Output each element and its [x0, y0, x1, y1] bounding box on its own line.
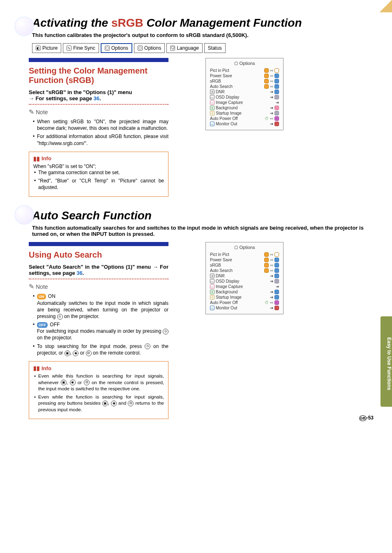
info-header: ▮▮Info: [33, 365, 164, 371]
osd-panel-2: ⬡ Options Pict in Pict⇨ Power Save⇨ sRGB…: [205, 242, 284, 314]
info-header: ▮▮Info: [33, 155, 164, 162]
title-pre: Activating the: [32, 16, 111, 29]
osd-row: Power Save⇨: [210, 73, 279, 78]
osd-row: S Startup Image➔: [210, 111, 279, 116]
osd-row: B Background➔: [210, 289, 279, 295]
capture-icon: ▭: [210, 284, 214, 289]
info-box: ▮▮Info When "sRGB" is set to "ON"; The g…: [29, 152, 168, 197]
on-chip: ON: [37, 294, 46, 300]
sub1-instruct: Select "sRGB" in the "Options (1)" menu …: [29, 89, 168, 101]
osd-row: B Background➔: [210, 105, 279, 111]
input2-icon: ◉: [70, 380, 76, 385]
bg-icon: B: [210, 290, 214, 294]
osd-row: ▭ Monitor Out➔: [210, 121, 279, 127]
off-chip: OFF: [37, 322, 48, 328]
startup-icon: S: [210, 295, 214, 300]
lang-badge: GB: [359, 415, 367, 421]
tab-status[interactable]: Status: [204, 43, 226, 53]
input3-icon: ⊟: [84, 380, 90, 385]
options-icon: ⬡: [105, 46, 110, 51]
osd-row: ▭ Image Capture➔: [210, 284, 279, 289]
osd-row: Pict in Pict⇨: [210, 252, 279, 257]
picture-icon: ◐: [36, 46, 41, 51]
osd-row: Pict in Pict⇨: [210, 68, 279, 73]
input-button-icon: ⊙: [57, 314, 63, 320]
osd-row: S Startup Image➔: [210, 295, 279, 300]
sub2-heading: Using Auto Search: [29, 250, 168, 260]
osd-title: ⬡ Options: [210, 245, 279, 250]
title-accent: sRGB: [111, 16, 143, 29]
osd-row: Auto Power Off⏱⇨: [210, 116, 279, 121]
osd-row: Power Save⇨: [210, 257, 279, 263]
info-item: Even while the function is searching for…: [34, 394, 164, 413]
info-item: The gamma correction cannot be set.: [34, 169, 164, 176]
page-ref[interactable]: 36: [76, 270, 82, 276]
monitor-icon: ▭: [210, 122, 214, 126]
note-list: When setting sRGB to "ON", the projected…: [29, 118, 168, 147]
osd-row: sRGB⇨: [210, 263, 279, 268]
input3-icon: ⊟: [128, 401, 134, 406]
title-post: Color Management Function: [143, 16, 302, 29]
note-header: ✎Note: [29, 108, 168, 116]
sync-icon: ∿: [67, 46, 71, 51]
info-intro: When "sRGB" is set to "ON";: [33, 164, 164, 169]
input1-icon: ▣: [102, 401, 108, 406]
osd-row: ▭ Image Capture➔: [210, 100, 279, 105]
heading-bullet: [14, 205, 34, 225]
osd-panel-1: ⬡ Options Pict in Pict⇨ Power Save⇨ sRGB…: [205, 58, 284, 130]
sub1-heading: Setting the Color Management Function (s…: [29, 66, 168, 85]
osd-row: ⊞ DNR➔: [210, 273, 279, 279]
dotted-rule: [29, 279, 168, 279]
note-off: OFF OFF For switching input modes manual…: [33, 321, 168, 341]
osd-icon: ▭: [210, 279, 214, 283]
note-icon: ✎: [29, 108, 34, 116]
tab-options1[interactable]: ⬡Options: [101, 43, 132, 53]
page-ref[interactable]: 36: [94, 95, 99, 101]
osd-row: ⊞ DNR➔: [210, 89, 279, 94]
note-item: When setting sRGB to "ON", the projected…: [33, 118, 168, 131]
page-content: Activating the sRGB Color Management Fun…: [0, 0, 392, 427]
sub2-instruct: Select "Auto Search" in the "Options (1)…: [29, 264, 168, 276]
bg-icon: B: [210, 106, 214, 110]
osd-row: ▭ OSD Display➔: [210, 279, 279, 284]
section1-intro: This function calibrates the projector's…: [32, 32, 376, 38]
input2-icon: ◉: [111, 401, 117, 406]
input-button-icon: ⊙: [163, 329, 168, 334]
info-box-2: ▮▮Info Even while this function is searc…: [29, 361, 168, 419]
info-item: "Red", "Blue" or "CLR Temp" in "Picture"…: [34, 177, 164, 191]
menu-bar: ◐Picture ∿Fine Sync ⬡Options ⬡Options 🗨L…: [32, 43, 376, 53]
osd-title: ⬡ Options: [210, 61, 279, 66]
osd-row: ▭ OSD Display➔: [210, 94, 279, 100]
book-icon: ▮▮: [33, 155, 40, 162]
input3-icon: ⊟: [86, 350, 92, 356]
tab-picture[interactable]: ◐Picture: [32, 43, 61, 53]
language-icon: 🗨: [170, 46, 175, 51]
section2-title: Auto Search Function: [32, 209, 376, 222]
note-header: ✎Note: [29, 283, 168, 290]
dnr-icon: ⊞: [210, 90, 214, 94]
page-number: GB-53: [359, 415, 374, 421]
startup-icon: S: [210, 111, 214, 115]
options-icon: ⬡: [138, 46, 143, 51]
tab-options2[interactable]: ⬡Options: [134, 43, 165, 53]
note-stop: To stop searching for the input mode, pr…: [33, 343, 168, 356]
heading-bullet: [14, 16, 34, 36]
osd-row: Auto Search⇨: [210, 268, 279, 273]
osd-icon: ▭: [210, 95, 214, 99]
book-icon: ▮▮: [33, 365, 40, 371]
note-item: For additional information about sRGB fu…: [33, 133, 168, 146]
note-icon: ✎: [29, 283, 34, 290]
input1-icon: ▣: [61, 380, 67, 385]
info-item: Even while this function is searching fo…: [34, 373, 164, 392]
osd-row: Auto Power Off⏱⇨: [210, 300, 279, 305]
dnr-icon: ⊞: [210, 274, 214, 278]
note-on: ON ON Automatically switches to the inpu…: [33, 293, 168, 320]
tab-finesync[interactable]: ∿Fine Sync: [63, 43, 99, 53]
blue-divider: [29, 58, 168, 62]
tab-language[interactable]: 🗨Language: [166, 43, 202, 53]
osd-row: sRGB⇨: [210, 78, 279, 84]
section1-title: Activating the sRGB Color Management Fun…: [32, 16, 376, 30]
input-button-icon: ⊙: [145, 343, 150, 349]
note-list: ON ON Automatically switches to the inpu…: [29, 293, 168, 356]
monitor-icon: ▭: [210, 306, 214, 310]
